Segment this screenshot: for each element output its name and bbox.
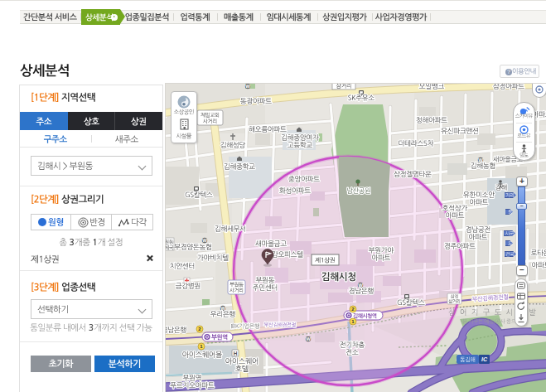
svg-text:W: W — [245, 84, 250, 89]
svg-text:W: W — [202, 238, 207, 243]
svg-text:W: W — [306, 336, 311, 341]
svg-text:H: H — [234, 351, 238, 356]
svg-text:IC: IC — [481, 356, 488, 362]
